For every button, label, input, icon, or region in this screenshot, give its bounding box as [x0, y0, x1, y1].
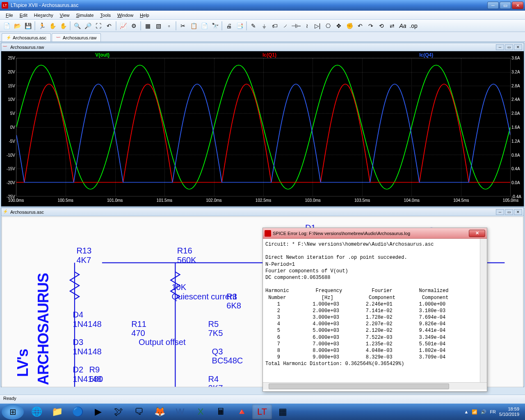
scrollbar-thumb[interactable]: [269, 383, 449, 389]
menu-hierarchy[interactable]: Hierarchy: [31, 12, 57, 18]
stop-icon[interactable]: ✋: [48, 21, 57, 31]
menu-window[interactable]: Window: [114, 12, 137, 18]
y-axis-right: 3.6A3.2A2.8A2.4A2.0A1.6A1.2A0.8A0.4A0.0A…: [511, 58, 523, 196]
trace-label[interactable]: Ic(Q4): [419, 52, 433, 58]
taskbar-chrome-icon[interactable]: 🔵: [68, 404, 87, 419]
capacitor-icon[interactable]: ⊣⊢: [291, 21, 301, 31]
move-icon[interactable]: ✥: [334, 21, 344, 31]
taskbar-vlc-icon[interactable]: 🔺: [232, 404, 251, 419]
maximize-button[interactable]: ▭: [500, 2, 511, 9]
taskbar-ie-icon[interactable]: 🌐: [27, 404, 46, 419]
zoom-out-icon[interactable]: 🔎: [83, 21, 93, 31]
close-button[interactable]: ✕: [512, 2, 523, 9]
subwin-minimize-button[interactable]: ─: [496, 44, 504, 50]
settings-icon[interactable]: ⚙: [129, 21, 139, 31]
tray-flag-icon[interactable]: ▲: [464, 409, 469, 414]
taskbar-app-icon[interactable]: 🗨: [129, 404, 149, 419]
rotate-icon[interactable]: ⟲: [377, 21, 386, 31]
tab-raw[interactable]: 〰Archosaurus.raw: [52, 33, 101, 41]
label-icon[interactable]: 🏷: [270, 21, 280, 31]
tile-icon[interactable]: ▦: [143, 21, 153, 31]
autorange-icon[interactable]: 📈: [118, 21, 128, 31]
zoom-back-icon[interactable]: ↶: [104, 21, 114, 31]
wire-icon[interactable]: ✎: [249, 21, 258, 31]
cascade-icon[interactable]: ▧: [153, 21, 163, 31]
taskbar: ⊞ 🌐 📁 🔵 ▶ 🕊 🗨 🦊 W X 🖩 🔺 LT ▦ ▲ 📶 🔊 FR 18…: [0, 404, 525, 420]
menu-view[interactable]: View: [57, 12, 73, 18]
svg-text:7K5: 7K5: [208, 329, 223, 338]
setup-icon[interactable]: 📑: [235, 21, 244, 31]
print-icon[interactable]: 🖨: [224, 21, 234, 31]
tray-clock[interactable]: 18:59 5/10/2019: [499, 406, 519, 417]
subwin-maximize-button[interactable]: ▭: [505, 44, 513, 50]
menu-edit[interactable]: Edit: [16, 12, 31, 18]
menu-file[interactable]: File: [2, 12, 16, 18]
save-icon[interactable]: 💾: [23, 21, 33, 31]
x-axis: 100.0ms100.5ms101.0ms101.5ms102.0ms102.5…: [16, 198, 511, 205]
svg-text:Quiescent current: Quiescent current: [171, 292, 237, 301]
find-icon[interactable]: 🔭: [210, 21, 220, 31]
paste-icon[interactable]: 📄: [199, 21, 209, 31]
system-tray[interactable]: ▲ 📶 🔊 FR 18:59 5/10/2019: [464, 406, 524, 417]
tray-network-icon[interactable]: 📶: [472, 409, 477, 415]
plot-area[interactable]: V(out)Ic(Q1)Ic(Q4) 25V20V15V10V5V0V-5V-1…: [1, 51, 524, 206]
subwin-close-button[interactable]: ✕: [514, 44, 522, 50]
subwin-close-button[interactable]: ✕: [514, 209, 522, 215]
ground-icon[interactable]: ⏚: [259, 21, 269, 31]
svg-text:R5: R5: [208, 320, 219, 329]
menu-tools[interactable]: Tools: [97, 12, 114, 18]
tray-lang[interactable]: FR: [490, 409, 496, 414]
app-icon: LT: [2, 2, 8, 9]
inductor-icon[interactable]: ≀: [302, 21, 312, 31]
diode-icon[interactable]: ▷|: [313, 21, 322, 31]
minimize-button[interactable]: ─: [487, 2, 499, 9]
spice-dir-icon[interactable]: .op: [409, 21, 418, 31]
run-icon[interactable]: 🏃: [37, 21, 47, 31]
waveform-window-title: Archosaurus.raw: [10, 45, 44, 50]
schematic-window-title: Archosaurus.asc: [10, 210, 44, 215]
close-win-icon[interactable]: ▫: [164, 21, 174, 31]
tray-volume-icon[interactable]: 🔊: [481, 409, 486, 415]
new-schematic-icon[interactable]: 📄: [2, 21, 11, 31]
text-icon[interactable]: Aa: [398, 21, 408, 31]
spice-log-titlebar[interactable]: SPICE Error Log: F:\New versions\homebre…: [263, 228, 487, 239]
taskbar-app-icon[interactable]: 🕊: [109, 404, 128, 419]
close-button[interactable]: ✕: [469, 230, 485, 237]
copy-icon[interactable]: 📋: [189, 21, 199, 31]
subwin-maximize-button[interactable]: ▭: [505, 209, 513, 215]
menu-bar: File Edit Hierarchy View Simulate Tools …: [0, 11, 525, 20]
plot-canvas[interactable]: [16, 58, 511, 196]
svg-text:2K7: 2K7: [208, 383, 223, 387]
taskbar-media-icon[interactable]: ▶: [88, 404, 108, 419]
taskbar-ltspice-icon[interactable]: LT: [252, 404, 272, 419]
trace-label[interactable]: Ic(Q1): [262, 52, 276, 58]
tab-asc[interactable]: ⚡Archosaurus.asc: [2, 33, 51, 41]
zoom-fit-icon[interactable]: ⛶: [94, 21, 103, 31]
taskbar-word-icon[interactable]: W: [170, 404, 190, 419]
taskbar-explorer-icon[interactable]: 📁: [47, 404, 67, 419]
resistor-icon[interactable]: ⟋: [281, 21, 290, 31]
component-icon[interactable]: ⎔: [323, 21, 333, 31]
undo-icon[interactable]: ↶: [355, 21, 365, 31]
drag-icon[interactable]: ✊: [345, 21, 354, 31]
trace-label[interactable]: V(out): [95, 52, 110, 58]
taskbar-firefox-icon[interactable]: 🦊: [150, 404, 169, 419]
app-icon: [265, 230, 271, 237]
menu-simulate[interactable]: Simulate: [73, 12, 97, 18]
pan-icon[interactable]: ✋: [58, 21, 68, 31]
spice-log-body[interactable]: Circuit: * F:\New versions\homebrew\Audi…: [263, 239, 487, 382]
spice-log-window[interactable]: SPICE Error Log: F:\New versions\homebre…: [262, 228, 487, 392]
open-icon[interactable]: 📂: [12, 21, 22, 31]
taskbar-app-icon[interactable]: ▦: [273, 404, 292, 419]
subwin-minimize-button[interactable]: ─: [496, 209, 504, 215]
horizontal-scrollbar[interactable]: [263, 382, 487, 390]
start-button[interactable]: ⊞: [2, 404, 24, 420]
cut-icon[interactable]: ✂: [178, 21, 188, 31]
taskbar-excel-icon[interactable]: X: [191, 404, 210, 419]
mirror-icon[interactable]: ⇄: [387, 21, 397, 31]
menu-help[interactable]: Help: [137, 12, 153, 18]
taskbar-calc-icon[interactable]: 🖩: [211, 404, 231, 419]
zoom-in-icon[interactable]: 🔍: [72, 21, 82, 31]
redo-icon[interactable]: ↷: [366, 21, 376, 31]
vertical-scrollbar[interactable]: [480, 239, 487, 384]
